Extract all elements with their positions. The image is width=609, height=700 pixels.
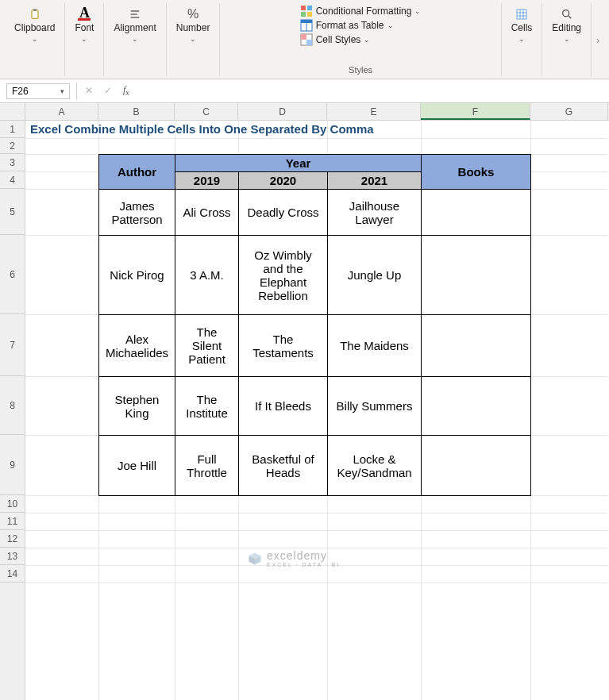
cell-2021[interactable]: Locke & Key/Sandman	[328, 436, 422, 496]
cell-2021[interactable]: Billy Summers	[328, 377, 422, 436]
cell-2020[interactable]: Basketful of Heads	[239, 436, 328, 496]
table-row: Alex Michaelides The Silent Patient The …	[99, 315, 531, 377]
group-styles: Conditional Formatting ⌄ Format as Table…	[220, 3, 501, 76]
row-header-1[interactable]: 1	[0, 121, 25, 138]
header-2019[interactable]: 2019	[175, 172, 239, 190]
row-header-2[interactable]: 2	[0, 138, 25, 154]
table-row: Joe Hill Full Throttle Basketful of Head…	[99, 436, 531, 496]
cell-books[interactable]	[422, 377, 531, 436]
col-header-D[interactable]: D	[238, 103, 327, 120]
col-header-E[interactable]: E	[327, 103, 421, 120]
chevron-down-icon: ⌄	[364, 36, 370, 44]
svg-rect-15	[517, 10, 526, 19]
number-button[interactable]: % Number ⌄	[175, 6, 212, 44]
select-all-corner[interactable]	[0, 103, 25, 120]
format-as-table-icon	[300, 19, 313, 32]
fx-icon[interactable]: fx	[123, 84, 129, 97]
svg-rect-13	[301, 34, 306, 40]
group-cells: Cells ⌄	[502, 3, 543, 76]
cells-label: Cells	[511, 22, 533, 33]
col-header-G[interactable]: G	[530, 103, 608, 120]
col-header-B[interactable]: B	[98, 103, 175, 120]
cond-label: Conditional Formatting	[316, 6, 412, 17]
col-header-A[interactable]: A	[25, 103, 98, 120]
name-box[interactable]: F26 ▾	[6, 83, 70, 99]
cell-2021[interactable]: The Maidens	[328, 315, 422, 377]
cell-author[interactable]: Stephen King	[99, 377, 175, 436]
row-header-10[interactable]: 10	[0, 495, 25, 513]
watermark: exceldemy EXCEL · DATA · BI	[248, 549, 340, 567]
svg-rect-7	[301, 12, 306, 17]
row-header-6[interactable]: 6	[0, 235, 25, 314]
row-header-7[interactable]: 7	[0, 314, 25, 376]
chevron-down-icon: ⌄	[132, 35, 138, 43]
conditional-formatting-button[interactable]: Conditional Formatting ⌄	[300, 5, 422, 17]
row-header-12[interactable]: 12	[0, 530, 25, 548]
spreadsheet-grid: A B C D E F G 1 2 3 4 5 6 7 8 9 10 11 12…	[0, 103, 609, 700]
row-header-3[interactable]: 3	[0, 154, 25, 171]
editing-button[interactable]: Editing ⌄	[550, 6, 583, 44]
header-author[interactable]: Author	[99, 155, 175, 190]
cell-2021[interactable]: Jungle Up	[328, 236, 422, 315]
ribbon: Clipboard ⌄ A Font ⌄ Alignment ⌄	[0, 0, 609, 79]
editing-label: Editing	[552, 22, 581, 33]
cell-2019[interactable]: The Institute	[175, 377, 239, 436]
font-label: Font	[75, 22, 94, 33]
cell-books[interactable]	[422, 436, 531, 496]
clipboard-label: Clipboard	[14, 22, 55, 33]
row-header-5[interactable]: 5	[0, 189, 25, 235]
cell-author[interactable]: Joe Hill	[99, 436, 175, 496]
cell-author[interactable]: Alex Michaelides	[99, 315, 175, 377]
format-as-table-button[interactable]: Format as Table ⌄	[300, 19, 394, 32]
svg-rect-1	[33, 9, 37, 11]
col-header-F[interactable]: F	[421, 103, 530, 120]
row-header-9[interactable]: 9	[0, 435, 25, 495]
cell-2021[interactable]: Jailhouse Lawyer	[328, 190, 422, 236]
cell-2020[interactable]: Deadly Cross	[239, 190, 328, 236]
header-year[interactable]: Year	[175, 155, 422, 172]
cells-button[interactable]: Cells ⌄	[510, 6, 534, 44]
font-button[interactable]: A Font ⌄	[73, 6, 95, 44]
watermark-sub: EXCEL · DATA · BI	[267, 562, 340, 567]
cell-author[interactable]: James Patterson	[99, 190, 175, 236]
alignment-button[interactable]: Alignment ⌄	[112, 6, 157, 44]
header-2020[interactable]: 2020	[239, 172, 328, 190]
enter-icon[interactable]: ✓	[104, 85, 112, 96]
column-headers: A B C D E F G	[0, 103, 609, 121]
cell-2020[interactable]: Oz Wimbly and the Elephant Rebellion	[239, 236, 328, 315]
cell-2019[interactable]: The Silent Patient	[175, 315, 239, 377]
cell-styles-button[interactable]: Cell Styles ⌄	[300, 33, 371, 46]
cell-books[interactable]	[422, 315, 531, 377]
cell-author[interactable]: Nick Pirog	[99, 236, 175, 315]
data-table: Author Year Books 2019 2020 2021 James P…	[98, 154, 531, 496]
row-headers: 1 2 3 4 5 6 7 8 9 10 11 12 13 14	[0, 121, 25, 700]
cell-2019[interactable]: Full Throttle	[175, 436, 239, 496]
clipboard-button[interactable]: Clipboard ⌄	[13, 6, 56, 44]
cell-2019[interactable]: 3 A.M.	[175, 236, 239, 315]
cell-books[interactable]	[422, 236, 531, 315]
header-2021[interactable]: 2021	[328, 172, 422, 190]
cell-books[interactable]	[422, 190, 531, 236]
header-books[interactable]: Books	[422, 155, 531, 190]
percent-icon: %	[187, 8, 199, 21]
row-header-4[interactable]: 4	[0, 171, 25, 189]
cell-2019[interactable]: Ali Cross	[175, 190, 239, 236]
svg-rect-8	[307, 12, 312, 17]
row-header-14[interactable]: 14	[0, 565, 25, 583]
chevron-down-icon: ⌄	[190, 35, 196, 43]
svg-point-20	[562, 10, 569, 17]
row-header-13[interactable]: 13	[0, 548, 25, 565]
name-box-value: F26	[12, 86, 29, 97]
formula-bar: F26 ▾ ✕ ✓ fx	[0, 79, 609, 103]
table-row: James Patterson Ali Cross Deadly Cross J…	[99, 190, 531, 236]
chevron-down-icon: ⌄	[387, 21, 394, 29]
row-header-8[interactable]: 8	[0, 376, 25, 435]
chevron-down-icon: ⌄	[81, 35, 87, 43]
row-header-11[interactable]: 11	[0, 513, 25, 530]
ribbon-expand-button[interactable]: ›	[591, 3, 604, 77]
cell-2020[interactable]: If It Bleeds	[239, 377, 328, 436]
col-header-C[interactable]: C	[175, 103, 238, 120]
cell-2020[interactable]: The Testaments	[239, 315, 328, 377]
formula-input[interactable]	[137, 86, 609, 97]
cancel-icon[interactable]: ✕	[85, 85, 93, 96]
